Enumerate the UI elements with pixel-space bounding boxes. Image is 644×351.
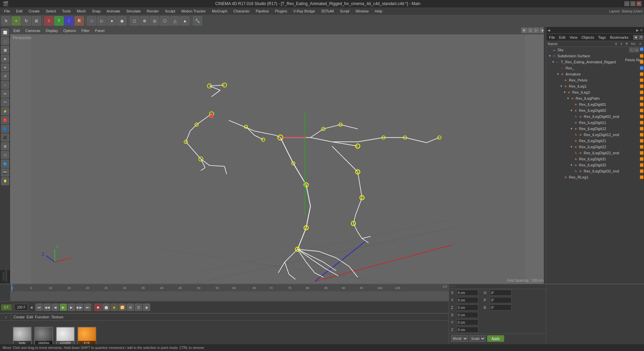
obj-tab-view[interactable]: View [568,35,580,40]
toolbar-edge-mode[interactable]: ▲ [180,16,190,26]
viewport-menu-cameras[interactable]: Cameras [23,28,42,33]
obj-arrow-lleg1[interactable]: ▼ [560,85,563,88]
menu-plugins[interactable]: Plugins [272,8,290,14]
btn-motion-path[interactable]: ◈ [110,304,118,311]
obj-panel-btn1[interactable]: ◀ [633,35,638,40]
mat-menu-texture[interactable]: Texture [51,315,63,319]
toolbar-model-mode[interactable]: ◻ [130,16,139,26]
obj-row-digit22end[interactable]: ↳ ⊕ Rex_lLegDigit22_end [546,150,644,156]
toolbar-object-mode[interactable]: ⬡ [160,16,169,26]
toolbar-texture-mode[interactable]: ⊕ [140,16,149,26]
tool-knife[interactable]: ⚡ [1,107,9,115]
timeline-tracks[interactable] [10,292,449,301]
obj-arrow-digit02[interactable]: ▼ [570,109,573,112]
tool-rotate-obj[interactable]: ↺ [1,72,9,80]
menu-script[interactable]: Script [337,8,352,14]
coord-input-x[interactable] [456,290,478,296]
menu-file[interactable]: File [1,8,13,14]
btn-loop[interactable]: 🔁 [119,304,126,311]
tool-array[interactable]: ⊞ [1,142,9,150]
obj-row-subdiv[interactable]: ▼ ⬡ Subdivision Surface [546,53,644,59]
obj-row-trex[interactable]: ▼ ○ T_Rex_Eating_Animated_Rigged [546,59,644,65]
menu-mesh[interactable]: Mesh [74,8,89,14]
obj-right-icon-s[interactable]: ✓ [629,47,634,52]
obj-row-digit01[interactable]: ⊕ Rex_lLegDigit01 [546,101,644,107]
obj-right-icon-v[interactable]: ● [634,47,639,52]
obj-row-pelvis[interactable]: ⊕ Rex_Pelvis [546,77,644,83]
close-button[interactable]: ✕ [637,1,641,6]
minimize-button[interactable]: — [624,1,629,6]
viewport-menu-filter[interactable]: Filter [79,28,92,33]
obj-row-digit22[interactable]: ▼ ⊕ Rex_lLegDigit22 [546,144,644,150]
toolbar-z-axis[interactable]: Z [64,16,74,26]
menu-select[interactable]: Select [43,8,59,14]
btn-frame-all[interactable]: ⊞ [127,304,134,311]
menu-animate[interactable]: Animate [104,8,123,14]
btn-play[interactable]: ▶ [60,304,67,311]
tool-polygon[interactable]: ▦ [1,46,9,54]
mat-thumb-clutches[interactable]: clutches [34,327,53,346]
toolbar-r-axis[interactable]: R [74,16,84,26]
obj-row-digit32[interactable]: ▼ ⊕ Rex_lLegDigit32 [546,162,644,168]
obj-row-llegpalm[interactable]: ▼ ⊕ Rex_lLegPalm [546,95,644,101]
toolbar-cursor[interactable]: 🖱 [1,16,11,26]
obj-arrow-lleg2[interactable]: ▼ [563,91,567,94]
menu-render[interactable]: Render [144,8,162,14]
mat-menu-edit[interactable]: Edit [27,315,33,319]
viewport-icon-2[interactable]: ◻ [527,28,533,33]
tool-spline[interactable]: 〜 [1,98,9,106]
tool-live-select[interactable]: ◈ [1,55,9,63]
toolbar-y-axis[interactable]: Y [54,16,64,26]
toolbar-snap[interactable]: 🔧 [193,16,202,26]
menu-tools[interactable]: Tools [59,8,73,14]
toolbar-render-region[interactable]: □ [87,16,96,26]
btn-prev-frame[interactable]: ◀ [52,304,59,311]
obj-row-digit21[interactable]: ⊕ Rex_lLegDigit21 [546,138,644,144]
toolbar-scale[interactable]: ⊞ [32,16,41,26]
coord-input-z[interactable] [456,305,478,311]
viewport-icon-3[interactable]: ▷ [534,28,539,33]
obj-tab-file[interactable]: File [547,35,557,40]
menu-pipeline[interactable]: Pipeline [253,8,271,14]
btn-end[interactable]: ⏭ [84,304,91,311]
coord-scale-select[interactable]: Scale [470,335,486,342]
viewport-menu-display[interactable]: Display [44,28,60,33]
toolbar-uv-mode[interactable]: ◎ [150,16,159,26]
panel-resize-left[interactable]: ◀ [548,29,550,32]
btn-start[interactable]: ⏮ [35,304,43,311]
btn-record[interactable]: ⏺ [94,304,102,311]
viewport-icon-1[interactable]: ⊞ [521,28,527,33]
tool-mirror[interactable]: ⬛ [1,133,9,141]
coord-input-h[interactable] [490,290,512,296]
obj-row-digit31[interactable]: ⊕ Rex_lLegDigit31 [546,156,644,162]
btn-prev-key[interactable]: ◀◀ [43,304,51,311]
btn-autokey[interactable]: ⬤ [102,304,110,311]
obj-arrow-llegpalm[interactable]: ▼ [567,97,570,100]
menu-snap[interactable]: Snap [89,8,103,14]
tool-select[interactable]: ⬜ [1,28,9,36]
mat-thumb-body[interactable]: body [13,327,32,346]
obj-row-digit02end[interactable]: ↳ ⊕ Rex_lLegDigit02_end [546,114,644,120]
obj-tree[interactable]: ☁ Sky ✓ ● ▼ ⬡ Subdivision Surface ▼ ○ T_… [546,47,644,284]
btn-next-frame[interactable]: ▶ [68,304,75,311]
menu-edit[interactable]: Edit [13,8,25,14]
mat-menu-function[interactable]: Function [35,315,49,319]
panel-resize-right[interactable]: ▶ [636,29,639,32]
menu-vray[interactable]: V-Ray Bridge [291,8,318,14]
coord-input-sz[interactable] [456,327,478,333]
btn-next-key[interactable]: ▶▶ [76,304,83,311]
viewport-menu-options[interactable]: Options [61,28,78,33]
tool-translate[interactable]: ✛ [1,63,9,71]
coord-input-b[interactable] [490,305,512,311]
viewport-menu-edit[interactable]: Edit [11,28,22,33]
obj-row-sky[interactable]: ☁ Sky ✓ ● [546,47,644,53]
obj-tab-tags[interactable]: Tags [596,35,608,40]
toolbar-render-to-po[interactable]: ● [107,16,117,26]
tool-lasso[interactable]: ⬚ [1,37,9,45]
btn-schematic[interactable]: ☰ [135,304,142,311]
obj-arrow-trex[interactable]: ▼ [552,60,555,64]
obj-tab-objects[interactable]: Objects [579,35,596,40]
obj-row-armature[interactable]: ▼ ⊕ Armature [546,71,644,77]
tool-camera[interactable]: 📷 [1,168,9,177]
obj-row-digit02[interactable]: ▼ ⊕ Rex_lLegDigit02 [546,107,644,114]
